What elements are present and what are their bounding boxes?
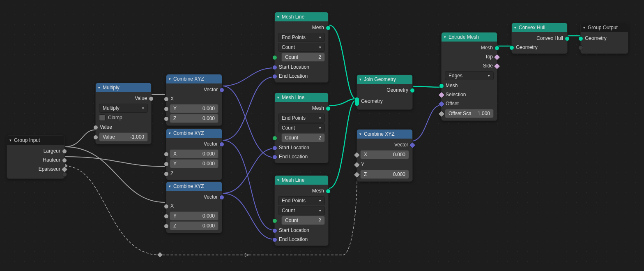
socket-out-vector[interactable]: Vector bbox=[166, 85, 222, 94]
socket-in-start[interactable]: Start Location bbox=[275, 226, 328, 235]
input-x[interactable]: X 0.000 bbox=[360, 150, 409, 159]
input-count[interactable]: Count 2 bbox=[281, 216, 325, 225]
socket-in-selection[interactable]: Selection bbox=[442, 90, 497, 99]
node-header[interactable]: ▾ Extrude Mesh bbox=[442, 32, 497, 42]
node-extrude-mesh[interactable]: ▾ Extrude Mesh Mesh Top Side Edges Mesh … bbox=[441, 32, 497, 121]
socket-dot[interactable] bbox=[62, 149, 67, 154]
node-header[interactable]: ▾ Mesh Line bbox=[275, 12, 328, 21]
socket-dot[interactable] bbox=[439, 83, 444, 88]
socket-out-epaisseur[interactable]: Epaisseur bbox=[7, 164, 64, 174]
select-mode[interactable]: Edges bbox=[445, 71, 494, 80]
select-mode2[interactable]: Count bbox=[278, 206, 325, 215]
socket-in-offset[interactable]: Offset bbox=[442, 99, 497, 108]
socket-dot[interactable] bbox=[494, 54, 501, 61]
socket-dot[interactable] bbox=[164, 162, 169, 167]
socket-dot[interactable] bbox=[272, 146, 277, 151]
socket-dot[interactable] bbox=[219, 88, 224, 93]
node-header[interactable]: ▾ Combine XYZ bbox=[166, 129, 222, 138]
node-combine-xyz-2[interactable]: ▾ Combine XYZ Vector X 0.000 Y 0.000 Z bbox=[166, 128, 222, 180]
socket-in-end[interactable]: End Location bbox=[275, 235, 328, 244]
node-mesh-line-3[interactable]: ▾ Mesh Line Mesh End Points Count Count … bbox=[274, 175, 329, 246]
socket-dot[interactable] bbox=[149, 96, 154, 101]
socket-out-mesh[interactable]: Mesh bbox=[275, 104, 328, 113]
socket-in-geometry[interactable]: Geometry bbox=[581, 34, 628, 43]
socket-out-geometry[interactable]: Geometry bbox=[357, 86, 412, 95]
socket-dot[interactable] bbox=[164, 97, 169, 102]
socket-in-start[interactable]: Start Location bbox=[275, 143, 328, 152]
socket-in-mesh[interactable]: Mesh bbox=[442, 81, 497, 90]
socket-out-value[interactable]: Value bbox=[96, 94, 151, 103]
input-offset-scale[interactable]: Offset Sca 1.000 bbox=[445, 109, 494, 118]
socket-dot[interactable] bbox=[565, 36, 570, 41]
socket-dot[interactable] bbox=[219, 142, 224, 147]
select-mode2[interactable]: Count bbox=[278, 123, 325, 132]
select-operation[interactable]: Multiply bbox=[99, 104, 148, 113]
socket-in-y[interactable]: Y bbox=[357, 160, 412, 169]
socket-extend[interactable] bbox=[62, 172, 67, 177]
select-mode1[interactable]: End Points bbox=[278, 113, 325, 123]
socket-in-value1[interactable]: Value bbox=[96, 123, 151, 132]
socket-out-mesh[interactable]: Mesh bbox=[275, 23, 328, 32]
node-mesh-line-1[interactable]: ▾ Mesh Line Mesh End Points Count Count … bbox=[274, 12, 329, 83]
socket-dot[interactable] bbox=[494, 46, 499, 51]
checkbox-box[interactable] bbox=[99, 114, 106, 121]
socket-dot[interactable] bbox=[272, 228, 277, 233]
socket-in-start[interactable]: Start Location bbox=[275, 63, 328, 72]
socket-out-convex-hull[interactable]: Convex Hull bbox=[512, 34, 567, 43]
socket-out-mesh[interactable]: Mesh bbox=[275, 186, 328, 195]
socket-dot[interactable] bbox=[272, 136, 277, 141]
socket-dot[interactable] bbox=[354, 152, 361, 159]
node-join-geometry[interactable]: ▾ Join Geometry Geometry Geometry bbox=[356, 74, 413, 110]
input-y[interactable]: Y 0.000 bbox=[170, 211, 218, 220]
node-group-output[interactable]: ▾ Group Output Geometry bbox=[580, 23, 628, 54]
input-x[interactable]: X 0.000 bbox=[170, 149, 218, 158]
socket-dot-multi[interactable] bbox=[354, 97, 359, 106]
node-combine-xyz-4[interactable]: ▾ Combine XYZ Vector X 0.000 Y Z 0.000 bbox=[356, 129, 413, 182]
socket-dot[interactable] bbox=[164, 204, 169, 209]
socket-dot[interactable] bbox=[494, 63, 501, 70]
node-mesh-line-2[interactable]: ▾ Mesh Line Mesh End Points Count Count … bbox=[274, 93, 329, 163]
input-value2[interactable]: Value -1.000 bbox=[99, 132, 148, 141]
select-mode1[interactable]: End Points bbox=[278, 33, 325, 42]
node-header[interactable]: ▾ Join Geometry bbox=[357, 75, 412, 84]
socket-dot[interactable] bbox=[410, 88, 415, 93]
socket-out-hauteur[interactable]: Hauteur bbox=[7, 155, 64, 164]
socket-in-end[interactable]: End Location bbox=[275, 72, 328, 81]
socket-dot[interactable] bbox=[509, 45, 514, 50]
input-z[interactable]: Z 0.000 bbox=[170, 221, 218, 230]
socket-out-top[interactable]: Top bbox=[442, 52, 497, 61]
socket-in-z[interactable]: Z bbox=[166, 169, 222, 178]
node-group-input[interactable]: ▾ Group Input Largeur Hauteur Epaisseur bbox=[7, 135, 65, 179]
socket-dot[interactable] bbox=[272, 218, 277, 223]
socket-dot[interactable] bbox=[93, 135, 98, 140]
socket-dot[interactable] bbox=[578, 36, 583, 41]
node-header[interactable]: ▾ Group Input bbox=[7, 136, 64, 145]
socket-dot[interactable] bbox=[272, 74, 277, 79]
socket-out-mesh[interactable]: Mesh bbox=[442, 43, 497, 52]
node-header[interactable]: ▾ Combine XYZ bbox=[166, 182, 222, 191]
socket-out-largeur[interactable]: Largeur bbox=[7, 146, 64, 155]
socket-dot[interactable] bbox=[438, 101, 445, 108]
socket-dot[interactable] bbox=[164, 171, 169, 176]
node-combine-xyz-1[interactable]: ▾ Combine XYZ Vector X Y 0.000 Z 0.000 bbox=[166, 74, 222, 126]
node-convex-hull[interactable]: ▾ Convex Hull Convex Hull Geometry bbox=[511, 23, 568, 54]
socket-dot[interactable] bbox=[272, 65, 277, 70]
input-z[interactable]: Z 0.000 bbox=[360, 170, 409, 179]
input-count[interactable]: Count 2 bbox=[281, 53, 325, 62]
input-count[interactable]: Count 2 bbox=[281, 133, 325, 142]
node-header[interactable]: ▾ Convex Hull bbox=[512, 23, 567, 32]
select-mode1[interactable]: End Points bbox=[278, 196, 325, 205]
socket-dot[interactable] bbox=[272, 155, 277, 160]
socket-dot[interactable] bbox=[409, 142, 416, 149]
socket-out-side[interactable]: Side bbox=[442, 61, 497, 70]
socket-dot[interactable] bbox=[578, 45, 583, 50]
socket-in-end[interactable]: End Location bbox=[275, 152, 328, 161]
checkbox-clamp[interactable]: Clamp bbox=[99, 113, 148, 122]
node-header[interactable]: ▾ Multiply bbox=[96, 83, 151, 92]
socket-in-x[interactable]: X bbox=[166, 94, 222, 103]
input-z[interactable]: Z 0.000 bbox=[170, 114, 218, 123]
socket-out-vector[interactable]: Vector bbox=[357, 140, 412, 149]
socket-dot[interactable] bbox=[164, 107, 169, 111]
node-math-multiply[interactable]: ▾ Multiply Value Multiply Clamp Value Va… bbox=[95, 83, 152, 144]
socket-dot[interactable] bbox=[62, 158, 67, 163]
